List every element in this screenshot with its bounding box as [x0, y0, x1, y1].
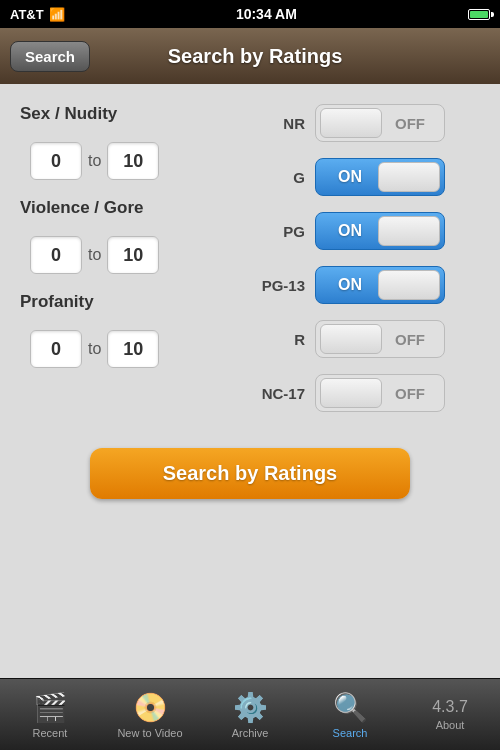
pg-row: PG ON: [260, 212, 480, 250]
g-toggle[interactable]: ON: [315, 158, 445, 196]
new-to-video-icon: 📀: [133, 691, 168, 724]
sex-nudity-to[interactable]: [107, 142, 159, 180]
time-label: 10:34 AM: [236, 6, 297, 22]
nc17-toggle[interactable]: OFF: [315, 374, 445, 412]
status-bar: AT&T 📶 10:34 AM: [0, 0, 500, 28]
sex-nudity-to-text: to: [88, 152, 101, 170]
nc17-label: NC-17: [260, 385, 305, 402]
sex-nudity-label: Sex / Nudity: [20, 104, 180, 124]
search-button-container: Search by Ratings: [20, 428, 480, 509]
tab-archive[interactable]: ⚙️ Archive: [200, 685, 300, 745]
nav-title: Search by Ratings: [90, 45, 420, 68]
violence-gore-from[interactable]: [30, 236, 82, 274]
search-ratings-button[interactable]: Search by Ratings: [90, 448, 410, 499]
g-label: G: [260, 169, 305, 186]
tab-bar: 🎬 Recent 📀 New to Video ⚙️ Archive 🔍 Sea…: [0, 678, 500, 750]
recent-icon: 🎬: [33, 691, 68, 724]
tab-about[interactable]: 4.3.7 About: [400, 692, 500, 737]
tab-new-to-video-label: New to Video: [117, 727, 182, 739]
pg13-on-label: ON: [316, 276, 384, 294]
profanity-to-text: to: [88, 340, 101, 358]
violence-gore-section: Violence / Gore to: [20, 198, 260, 274]
profanity-section: Profanity to: [20, 292, 260, 368]
tab-new-to-video[interactable]: 📀 New to Video: [100, 685, 200, 745]
main-content: Sex / Nudity to Violence / Gore to: [0, 84, 500, 678]
search-icon: 🔍: [333, 691, 368, 724]
r-off-label: OFF: [376, 331, 444, 348]
pg-toggle[interactable]: ON: [315, 212, 445, 250]
r-toggle[interactable]: OFF: [315, 320, 445, 358]
nc17-row: NC-17 OFF: [260, 374, 480, 412]
nc17-off-label: OFF: [376, 385, 444, 402]
carrier-label: AT&T: [10, 7, 44, 22]
r-label: R: [260, 331, 305, 348]
pg13-toggle[interactable]: ON: [315, 266, 445, 304]
tab-recent[interactable]: 🎬 Recent: [0, 685, 100, 745]
violence-gore-to-text: to: [88, 246, 101, 264]
tab-recent-label: Recent: [33, 727, 68, 739]
g-row: G ON: [260, 158, 480, 196]
nav-bar: Search Search by Ratings: [0, 28, 500, 84]
profanity-from[interactable]: [30, 330, 82, 368]
sex-nudity-section: Sex / Nudity to: [20, 104, 260, 180]
left-panel: Sex / Nudity to Violence / Gore to: [20, 104, 260, 428]
pg13-label: PG-13: [260, 277, 305, 294]
tab-archive-label: Archive: [232, 727, 269, 739]
g-on-label: ON: [316, 168, 384, 186]
pg-label: PG: [260, 223, 305, 240]
tab-search[interactable]: 🔍 Search: [300, 685, 400, 745]
wifi-icon: 📶: [49, 7, 65, 22]
tab-search-label: Search: [333, 727, 368, 739]
archive-icon: ⚙️: [233, 691, 268, 724]
pg13-row: PG-13 ON: [260, 266, 480, 304]
tab-about-label: About: [436, 719, 465, 731]
nr-toggle[interactable]: OFF: [315, 104, 445, 142]
profanity-label: Profanity: [20, 292, 180, 312]
nr-label: NR: [260, 115, 305, 132]
violence-gore-label: Violence / Gore: [20, 198, 180, 218]
r-row: R OFF: [260, 320, 480, 358]
nr-off-label: OFF: [376, 115, 444, 132]
violence-gore-to[interactable]: [107, 236, 159, 274]
back-button[interactable]: Search: [10, 41, 90, 72]
battery-icon: [468, 9, 490, 20]
sex-nudity-from[interactable]: [30, 142, 82, 180]
nr-row: NR OFF: [260, 104, 480, 142]
about-version: 4.3.7: [432, 698, 468, 716]
right-panel: NR OFF G ON PG ON: [260, 104, 480, 428]
pg-on-label: ON: [316, 222, 384, 240]
profanity-to[interactable]: [107, 330, 159, 368]
